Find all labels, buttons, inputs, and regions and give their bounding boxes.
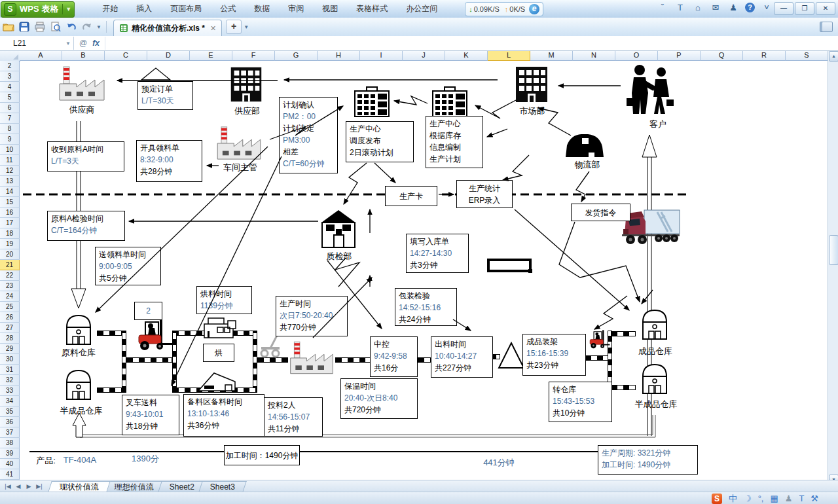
- production-factory-icon[interactable]: [287, 338, 337, 377]
- row-header-4[interactable]: 4: [0, 82, 20, 92]
- toolbar-more-icon[interactable]: ▼: [96, 24, 101, 30]
- raw-warehouse-icon[interactable]: [64, 313, 93, 346]
- inventory-plan-box[interactable]: 生产中心根据库存信息编制生产计划: [426, 116, 483, 168]
- column-header-H[interactable]: H: [318, 50, 360, 61]
- row-header-21[interactable]: 21: [0, 260, 20, 270]
- prep-area-box[interactable]: 备料区备料时间13:10-13:46共36分钟: [183, 394, 264, 437]
- row-header-29[interactable]: 29: [0, 344, 20, 354]
- receive-material-box[interactable]: 收到原料A时间L/T=3天: [47, 141, 124, 171]
- chevron-down-icon[interactable]: ▼: [65, 6, 71, 12]
- row-header-27[interactable]: 27: [0, 323, 20, 333]
- row-header-13[interactable]: 13: [0, 176, 20, 187]
- row-header-16[interactable]: 16: [0, 207, 20, 218]
- row-header-37[interactable]: 37: [0, 427, 20, 438]
- column-header-P[interactable]: P: [658, 50, 701, 61]
- keyboard-icon[interactable]: ▦: [770, 493, 778, 504]
- prev-sheet-icon[interactable]: ◀: [13, 483, 24, 490]
- row-header-22[interactable]: 22: [0, 270, 20, 281]
- row-header-23[interactable]: 23: [0, 281, 20, 291]
- central-control-box[interactable]: 中控9:42-9:58共16分: [370, 336, 418, 377]
- column-header-I[interactable]: I: [360, 50, 403, 61]
- supplier-factory-icon[interactable]: [56, 64, 108, 102]
- at-icon[interactable]: @: [79, 39, 87, 48]
- new-tab-dropdown-icon[interactable]: ▼: [244, 24, 249, 30]
- plan-confirm-box[interactable]: 计划确认PM2：00计划决定PM3:00相差C/T=60分钟: [279, 97, 338, 173]
- insulation-box[interactable]: 保温时间20:40-次日8:40共720分钟: [340, 378, 418, 419]
- vertical-scrollbar[interactable]: ▲ ▼: [828, 50, 838, 485]
- processing-time-box[interactable]: 加工时间：1490分钟: [224, 445, 300, 465]
- last-sheet-icon[interactable]: ▶|: [34, 483, 45, 490]
- dropdown-icon[interactable]: ˅: [761, 3, 773, 12]
- punctuation-icon[interactable]: °,: [758, 493, 764, 504]
- semi-warehouse-icon[interactable]: [64, 368, 93, 401]
- help-icon[interactable]: ?: [745, 3, 755, 12]
- menu-item[interactable]: 页面布局: [161, 1, 211, 17]
- column-header-G[interactable]: G: [275, 50, 318, 61]
- row-header-19[interactable]: 19: [0, 239, 20, 249]
- row-header-12[interactable]: 12: [0, 166, 20, 176]
- production-card-box[interactable]: 生产卡: [385, 186, 437, 206]
- qc-dept-house-icon[interactable]: [319, 208, 357, 249]
- home-icon[interactable]: ⌂: [692, 3, 704, 12]
- row-header-9[interactable]: 9: [0, 134, 20, 145]
- user-icon[interactable]: ♟: [727, 3, 739, 12]
- select-all-corner[interactable]: [0, 50, 20, 62]
- row-header-25[interactable]: 25: [0, 302, 20, 312]
- column-header-Q[interactable]: Q: [701, 50, 743, 61]
- forklift-icon[interactable]: [131, 318, 173, 351]
- open-button[interactable]: [1, 20, 16, 34]
- drying-time-box[interactable]: 烘料时间1139分钟: [196, 286, 252, 314]
- stats-box[interactable]: 生产统计ERP录入: [456, 180, 513, 208]
- count-box[interactable]: 2: [134, 302, 162, 320]
- empty-black-rectangle[interactable]: [487, 259, 532, 272]
- rack-loading-box[interactable]: 成品装架15:16-15:39共23分钟: [522, 334, 586, 376]
- row-header-10[interactable]: 10: [0, 145, 20, 155]
- oven-machine-icon[interactable]: [203, 317, 237, 339]
- row-header-38[interactable]: 38: [0, 438, 20, 448]
- moon-icon[interactable]: ☽: [744, 493, 752, 504]
- market-dept-building-icon[interactable]: [511, 64, 553, 105]
- row-header-30[interactable]: 30: [0, 354, 20, 365]
- logistics-van-icon[interactable]: [564, 131, 605, 158]
- collapse-chevron-icon[interactable]: ˇ: [657, 3, 668, 12]
- row-header-32[interactable]: 32: [0, 375, 20, 386]
- insert-function-icon[interactable]: fx: [92, 39, 100, 48]
- row-header-34[interactable]: 34: [0, 396, 20, 406]
- row-header-26[interactable]: 26: [0, 312, 20, 323]
- sheet-tab-理想价值流[interactable]: 理想价值流: [103, 481, 166, 492]
- row-header-20[interactable]: 20: [0, 249, 20, 260]
- issue-slip-box[interactable]: 开具领料单8:32-9:00共28分钟: [136, 140, 202, 182]
- row-header-39[interactable]: 39: [0, 448, 20, 459]
- send-slip-box[interactable]: 送领料单时间9:00-9:05共5分钟: [95, 247, 161, 285]
- small-forklift-icon[interactable]: [585, 329, 610, 350]
- row-header-6[interactable]: 6: [0, 103, 20, 113]
- cycle-box[interactable]: 生产周期: 3321分钟加工时间: 1490分钟: [598, 445, 698, 475]
- document-tab[interactable]: 精化价值流分析.xls * ✕: [113, 20, 222, 37]
- column-header-L[interactable]: L: [488, 50, 530, 61]
- new-tab-button[interactable]: +: [226, 20, 242, 34]
- row-header-40[interactable]: 40: [0, 459, 20, 469]
- save-button[interactable]: [17, 20, 31, 34]
- menu-item[interactable]: 开始: [93, 1, 127, 17]
- restore-button[interactable]: ❐: [795, 2, 814, 15]
- workshop-manager-factory-icon[interactable]: [213, 124, 265, 161]
- supply-dept-building-icon[interactable]: [226, 64, 266, 105]
- row-header-14[interactable]: 14: [0, 187, 20, 197]
- row-header-15[interactable]: 15: [0, 197, 20, 207]
- semi-warehouse2-icon[interactable]: [640, 362, 669, 395]
- inventory-triangle-icon[interactable]: [498, 340, 525, 370]
- order-box[interactable]: 预定订单L/T=30天: [137, 81, 193, 110]
- row-header-33[interactable]: 33: [0, 386, 20, 396]
- close-tab-icon[interactable]: ✕: [210, 24, 216, 33]
- scroll-up-icon[interactable]: ▲: [829, 51, 838, 62]
- next-sheet-icon[interactable]: ▶: [24, 483, 34, 490]
- row-header-24[interactable]: 24: [0, 291, 20, 302]
- row-header-3[interactable]: 3: [0, 71, 20, 82]
- redo-button[interactable]: [80, 20, 94, 34]
- column-header-J[interactable]: J: [403, 50, 445, 61]
- print-preview-button[interactable]: [48, 20, 63, 34]
- column-header-F[interactable]: F: [232, 50, 275, 61]
- forklift-delivery-box[interactable]: 叉车送料9:43-10:01共18分钟: [122, 395, 179, 435]
- material-inspect-box[interactable]: 原料A检验时间C/T=164分钟: [47, 211, 125, 241]
- discharge-box[interactable]: 出料时间10:40-14:27共227分钟: [431, 336, 493, 378]
